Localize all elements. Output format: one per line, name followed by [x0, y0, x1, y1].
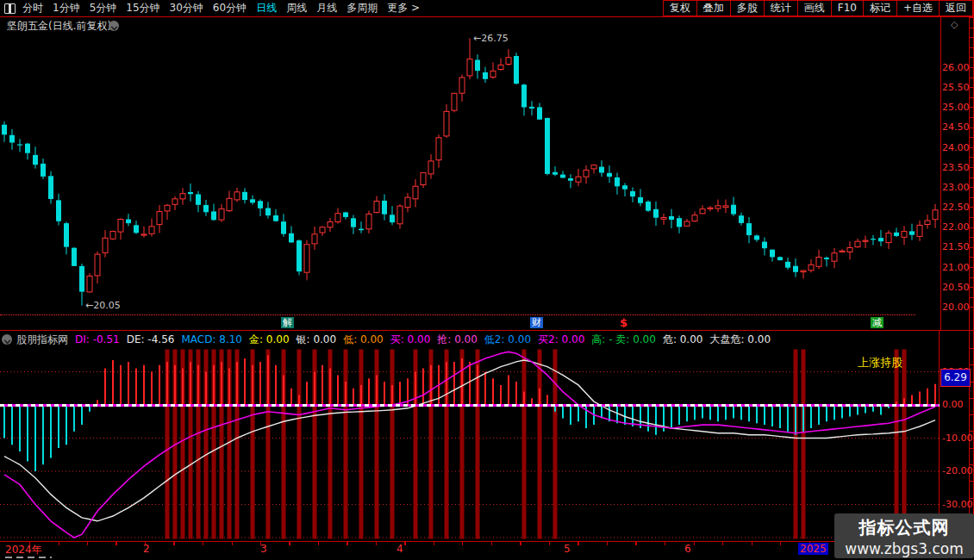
clipped-bottom-row — [0, 556, 974, 560]
pane-separator — [0, 330, 974, 331]
indicator-header: 股朋指标网 DI: -0.51DE: -4.56MACD: 8.10金: 0.0… — [0, 332, 936, 347]
price-axis-label: 25.50 — [942, 82, 970, 93]
toolbar-button-叠加[interactable]: 叠加 — [696, 0, 731, 16]
toolbar-item-月线[interactable]: 月线 — [316, 1, 337, 16]
indicator-source-label[interactable]: 股朋指标网 — [16, 333, 68, 347]
indicator-chart[interactable] — [0, 348, 940, 540]
candlestick-chart[interactable] — [0, 17, 940, 314]
indicator-field: 大盘危: 0.00 — [709, 333, 771, 345]
indicator-axis-label: -10.00 — [942, 432, 970, 444]
date-label-2: 2 — [143, 543, 150, 555]
price-axis-label: 24.00 — [942, 142, 970, 153]
indicator-field: DI: -0.51 — [75, 333, 120, 345]
event-badge-减[interactable]: 减 — [871, 317, 883, 328]
watermark: 指标公式网 www.zbgs3.com — [834, 513, 974, 558]
indicator-chevron-down-icon[interactable] — [2, 334, 12, 345]
price-axis-label: 23.50 — [942, 162, 970, 173]
indicator-field: 金: 0.00 — [249, 333, 290, 345]
price-axis-label: 22.00 — [942, 221, 970, 233]
pane-control-diamond-icon[interactable]: ◇ — [951, 19, 958, 30]
date-label-3: 3 — [260, 543, 267, 555]
toolbar-item-1分钟[interactable]: 1分钟 — [53, 1, 80, 16]
indicator-field: MACD: 8.10 — [181, 333, 242, 345]
toolbar-item-多周期[interactable]: 多周期 — [347, 1, 378, 16]
event-badge-财[interactable]: 财 — [530, 317, 543, 328]
price-axis-label: 20.00 — [942, 302, 970, 313]
price-axis-label: 21.50 — [942, 241, 970, 252]
chart-title-text: 坚朗五金(日线.前复权) — [7, 20, 111, 32]
price-axis-label: 22.50 — [942, 202, 970, 213]
toolbar-item-周线[interactable]: 周线 — [286, 1, 307, 16]
watermark-url: www.zbgs3.com — [834, 540, 974, 557]
reference-dotted-line — [0, 314, 915, 315]
indicator-axis-label: -30.00 — [942, 499, 970, 510]
toolbar-button-多股[interactable]: 多股 — [730, 0, 765, 16]
toolbar-button-复权[interactable]: 复权 — [663, 0, 697, 16]
price-axis-label: 24.50 — [942, 121, 970, 133]
trading-app-window: { "toolbar": { "left_icon": "split-scree… — [0, 0, 974, 560]
split-screen-icon[interactable] — [4, 3, 16, 14]
toolbar-right-items: 复权叠加多股统计画线F10标记+自选返回 — [664, 0, 973, 16]
watermark-title: 指标公式网 — [834, 516, 974, 539]
price-axis-label: 20.50 — [942, 282, 970, 293]
date-label-6: 6 — [684, 543, 691, 555]
indicator-field: DE: -4.56 — [127, 333, 175, 345]
price-axis-label: 23.00 — [942, 182, 970, 193]
indicator-axis-label: 0.00 — [942, 399, 970, 410]
date-label-4: 4 — [396, 543, 403, 555]
price-axis-label: 25.00 — [942, 102, 970, 113]
indicator-fields: DI: -0.51DE: -4.56MACD: 8.10金: 0.00银: 0.… — [75, 333, 777, 347]
price-axis-label: 26.00 — [942, 62, 970, 73]
toolbar-left-items: 分时1分钟5分钟15分钟30分钟60分钟日线周线月线多周期更多 > — [22, 1, 429, 16]
signal-text-label: 上涨持股 — [858, 355, 902, 370]
indicator-field: 银: 0.00 — [297, 333, 337, 345]
indicator-field: 危: 0.00 — [663, 333, 703, 345]
top-toolbar: 分时1分钟5分钟15分钟30分钟60分钟日线周线月线多周期更多 > 复权叠加多股… — [0, 0, 974, 17]
event-badge-解[interactable]: 解 — [281, 317, 294, 328]
toolbar-item-日线[interactable]: 日线 — [256, 1, 277, 16]
price-pane-right-border — [940, 17, 941, 330]
indicator-field: 高: - 卖: 0.00 — [591, 333, 656, 345]
chart-title: 坚朗五金(日线.前复权) — [7, 19, 111, 34]
toolbar-item-更多 >[interactable]: 更多 > — [387, 1, 420, 16]
toolbar-item-30分钟[interactable]: 30分钟 — [170, 1, 203, 16]
date-label-5: 5 — [564, 543, 571, 555]
indicator-field: 抢: 0.00 — [437, 333, 478, 345]
low-annotation: ←20.05 — [85, 300, 121, 311]
toolbar-button-画线[interactable]: 画线 — [797, 0, 832, 16]
toolbar-button-标记[interactable]: 标记 — [863, 0, 897, 16]
price-axis-label: 21.00 — [942, 262, 970, 273]
toolbar-item-60分钟[interactable]: 60分钟 — [213, 1, 247, 16]
current-value-marker: 6.29 — [940, 369, 971, 387]
toolbar-button-+自选[interactable]: +自选 — [896, 0, 940, 16]
event-badge-$[interactable]: $ — [618, 317, 629, 328]
toolbar-button-F10[interactable]: F10 — [831, 0, 864, 16]
toolbar-button-统计[interactable]: 统计 — [764, 0, 798, 16]
indicator-field: 买2: 0.00 — [538, 333, 584, 345]
toolbar-item-15分钟[interactable]: 15分钟 — [126, 1, 159, 16]
date-label-2025: 2025 — [798, 543, 828, 555]
toolbar-item-5分钟[interactable]: 5分钟 — [90, 1, 117, 16]
title-chevron-down-icon[interactable] — [109, 21, 119, 31]
indicator-field: 买: 0.00 — [390, 333, 431, 345]
toolbar-button-返回[interactable]: 返回 — [939, 0, 973, 16]
zero-line — [0, 404, 940, 407]
high-annotation: ←26.75 — [473, 33, 509, 44]
indicator-field: 低: 0.00 — [343, 333, 384, 345]
price-axis-ticks — [970, 17, 973, 314]
indicator-axis-label: -20.00 — [942, 465, 970, 476]
toolbar-item-分时[interactable]: 分时 — [22, 1, 43, 16]
indicator-field: 低2: 0.00 — [484, 333, 531, 345]
